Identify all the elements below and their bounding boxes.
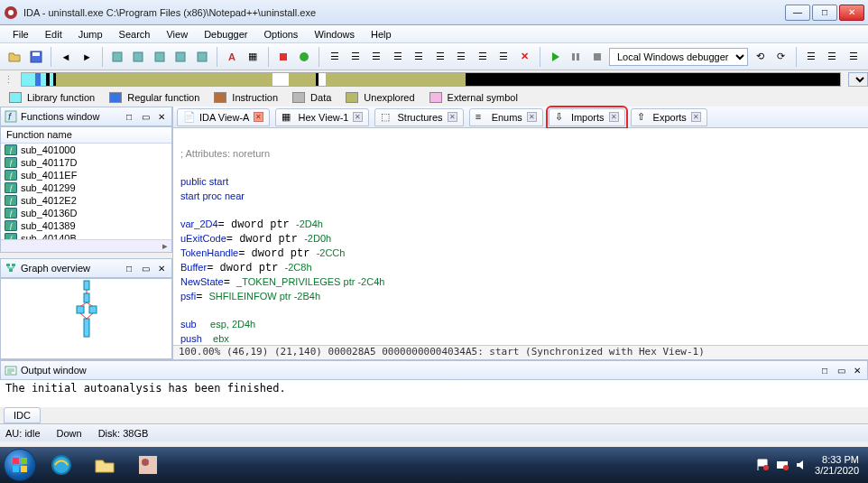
stop-icon[interactable]: [274, 47, 292, 67]
taskbar-explorer-icon[interactable]: [83, 450, 126, 479]
functions-list[interactable]: fsub_401000fsub_40117Dfsub_4011EFfsub_40…: [1, 144, 171, 239]
scroll-right-icon[interactable]: ▸: [159, 240, 171, 252]
stop-dbg-icon[interactable]: [587, 47, 605, 67]
tool-icon[interactable]: ☰: [452, 47, 470, 67]
menu-debugger[interactable]: Debugger: [197, 27, 254, 42]
forward-icon[interactable]: ►: [78, 47, 96, 67]
tray-flag-icon[interactable]: [755, 458, 770, 472]
panel-close-icon[interactable]: ✕: [851, 364, 863, 376]
tool-icon[interactable]: ☰: [325, 47, 343, 67]
tab-close-icon[interactable]: ✕: [254, 112, 263, 122]
function-list-item[interactable]: fsub_4012E2: [1, 194, 171, 207]
nav-zoom-select[interactable]: [848, 72, 868, 87]
save-icon[interactable]: [26, 47, 44, 67]
tool-icon[interactable]: [108, 47, 126, 67]
tool-icon[interactable]: ☰: [389, 47, 407, 67]
legend-label: Library function: [27, 92, 95, 103]
tool-icon[interactable]: ☰: [494, 47, 512, 67]
text-icon[interactable]: A: [223, 47, 241, 67]
svg-rect-9: [280, 53, 287, 60]
menu-search[interactable]: Search: [112, 27, 158, 42]
output-panel-title: Output window: [21, 365, 815, 376]
tool-icon[interactable]: ☰: [473, 47, 491, 67]
tool-icon[interactable]: ☰: [367, 47, 385, 67]
debugger-select[interactable]: Local Windows debugger: [609, 48, 748, 66]
function-list-item[interactable]: fsub_40136D: [1, 207, 171, 219]
text-icon[interactable]: ▦: [244, 47, 262, 67]
tab-enums[interactable]: ≡Enums✕: [469, 108, 543, 126]
close-button[interactable]: ✕: [839, 5, 864, 21]
taskbar-clock[interactable]: 8:33 PM 3/21/2020: [815, 454, 859, 476]
tab-exports[interactable]: ⇧Exports✕: [631, 108, 707, 126]
panel-restore-icon[interactable]: □: [123, 262, 135, 274]
maximize-button[interactable]: □: [812, 5, 837, 21]
minimize-button[interactable]: —: [785, 5, 810, 21]
nav-handle-icon[interactable]: ⋮: [4, 74, 14, 86]
disassembly-view[interactable]: ; Attributes: noreturn public start star…: [173, 128, 868, 345]
output-text[interactable]: The initial autoanalysis has been finish…: [0, 380, 868, 407]
idc-tab[interactable]: IDC: [4, 407, 41, 423]
tool-icon[interactable]: ☰: [430, 47, 448, 67]
tool-icon[interactable]: [150, 47, 168, 67]
run-icon[interactable]: [546, 47, 564, 67]
panel-restore-icon[interactable]: □: [123, 110, 135, 123]
tool-icon[interactable]: ☰: [823, 47, 841, 67]
svg-rect-6: [155, 52, 164, 61]
menu-options[interactable]: Options: [256, 27, 305, 42]
function-list-item[interactable]: fsub_401299: [1, 181, 171, 194]
panel-close-icon[interactable]: ✕: [155, 110, 168, 123]
menu-windows[interactable]: Windows: [307, 27, 362, 42]
panel-restore-icon[interactable]: □: [818, 364, 831, 376]
legend-label: Data: [310, 92, 331, 103]
navigation-band[interactable]: [21, 72, 841, 87]
taskbar-ie-icon[interactable]: [40, 450, 83, 479]
open-icon[interactable]: [5, 47, 23, 67]
menu-edit[interactable]: Edit: [38, 27, 69, 42]
svg-point-1: [8, 10, 14, 15]
function-list-item[interactable]: fsub_40140B: [1, 232, 171, 239]
graph-icon: [5, 262, 17, 274]
tray-network-icon[interactable]: [775, 458, 790, 472]
function-icon: f: [5, 157, 17, 168]
graph-overview[interactable]: [0, 278, 172, 359]
panel-dock-icon[interactable]: ▭: [835, 364, 847, 376]
tray-sound-icon[interactable]: [795, 458, 809, 472]
functions-column-header[interactable]: Function name: [1, 127, 171, 144]
tab-hex-view-1[interactable]: ▦Hex View-1✕: [275, 108, 369, 126]
delete-icon[interactable]: ✕: [515, 47, 533, 67]
menu-file[interactable]: File: [5, 27, 36, 42]
menu-help[interactable]: Help: [364, 27, 399, 42]
menu-jump[interactable]: Jump: [71, 27, 110, 42]
function-list-item[interactable]: fsub_4011EF: [1, 169, 171, 181]
tab-close-icon[interactable]: ✕: [691, 112, 701, 122]
tab-close-icon[interactable]: ✕: [609, 112, 619, 122]
tool-icon[interactable]: [129, 47, 147, 67]
tool-icon[interactable]: ☰: [346, 47, 365, 67]
tab-structures[interactable]: ⬚Structures✕: [374, 108, 463, 126]
function-list-item[interactable]: fsub_40117D: [1, 156, 171, 169]
taskbar-app-icon[interactable]: [126, 450, 170, 479]
tab-close-icon[interactable]: ✕: [448, 112, 457, 122]
tab-label: Imports: [571, 112, 605, 123]
back-icon[interactable]: ◄: [57, 47, 75, 67]
tool-icon[interactable]: ☰: [410, 47, 428, 67]
tab-imports[interactable]: ⇩Imports✕: [549, 108, 625, 126]
function-list-item[interactable]: fsub_401389: [1, 219, 171, 232]
tab-close-icon[interactable]: ✕: [527, 112, 537, 122]
panel-dock-icon[interactable]: ▭: [139, 262, 152, 274]
tab-close-icon[interactable]: ✕: [353, 112, 363, 122]
tool-icon[interactable]: [192, 47, 210, 67]
pause-icon[interactable]: [567, 47, 585, 67]
panel-close-icon[interactable]: ✕: [155, 262, 168, 274]
record-icon[interactable]: [295, 47, 313, 67]
tool-icon[interactable]: ⟳: [771, 47, 790, 67]
tab-ida-view-a[interactable]: 📄IDA View-A✕: [177, 108, 270, 126]
tool-icon[interactable]: ☰: [802, 47, 820, 67]
tool-icon[interactable]: ⟲: [751, 47, 769, 67]
start-button[interactable]: [4, 449, 36, 481]
menu-view[interactable]: View: [159, 27, 195, 42]
function-list-item[interactable]: fsub_401000: [1, 144, 171, 156]
panel-dock-icon[interactable]: ▭: [139, 110, 152, 123]
tool-icon[interactable]: ☰: [845, 47, 863, 67]
tool-icon[interactable]: [171, 47, 189, 67]
